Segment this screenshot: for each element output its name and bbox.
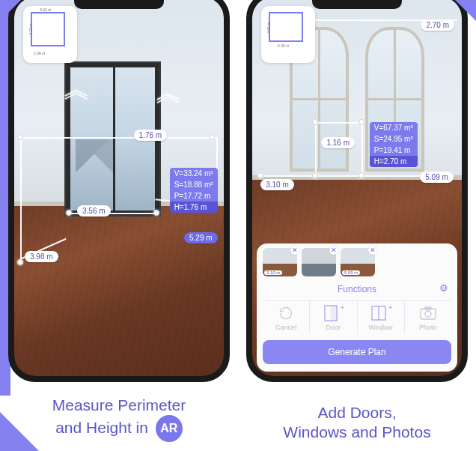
ar-line (20, 137, 217, 139)
svg-rect-4 (421, 309, 436, 319)
functions-header: Functions ⚙ (263, 282, 451, 300)
functions-label: Functions (338, 284, 376, 294)
phone-screen: 4.32 m 4.01 m 2.70 m 1.16 m 3.10 m 5.09 … (252, 0, 462, 376)
close-icon[interactable]: ✕ (368, 246, 377, 255)
perimeter-stat: P=19.41 m (370, 145, 418, 156)
measurement-thumbnail[interactable]: ✕ (302, 248, 336, 276)
ceiling-height-measurement[interactable]: 2.70 m (421, 19, 454, 31)
up-arrow-icon: ︽ (156, 84, 183, 100)
svg-point-5 (425, 311, 431, 317)
right-showcase: 4.32 m 4.01 m 2.70 m 1.16 m 3.10 m 5.09 … (238, 0, 476, 451)
door-button[interactable]: + Door (310, 301, 357, 334)
photo-label: Photo (419, 324, 437, 331)
area-stat: S=18.88 m² (170, 179, 218, 190)
svg-rect-1 (331, 306, 337, 321)
window-icon: + (371, 306, 391, 321)
thumb-label: 3.10 m (264, 270, 282, 275)
ar-line (315, 122, 317, 175)
generate-plan-button[interactable]: Generate Plan (263, 340, 451, 364)
height-stat: H=1.76 m (170, 202, 218, 213)
gear-icon[interactable]: ⚙ (439, 282, 448, 294)
left-showcase: 3.62 m 4.12 m 1.04 m ︽ ︽ 1.76 m 3.56 m (0, 0, 238, 451)
height-stat: H=2.70 m (370, 156, 418, 167)
floorplan-thumbnail[interactable]: 4.32 m 4.01 m (261, 6, 315, 63)
window-label: Window (369, 324, 393, 331)
cancel-icon (278, 306, 293, 321)
door-icon: + (324, 306, 342, 321)
width-measurement[interactable]: 3.56 m (77, 205, 111, 217)
measurement-thumbnail[interactable]: 3.10 m ✕ (263, 248, 297, 276)
side-measurement[interactable]: 5.29 m (184, 232, 218, 243)
phone-notch (74, 0, 164, 9)
decor-triangle (0, 0, 21, 21)
measurement-thumbnail[interactable]: 5.09 m ✕ (341, 248, 375, 276)
cancel-label: Cancel (275, 324, 296, 331)
decor-triangle (455, 0, 476, 21)
controls-panel: 3.10 m ✕ ✕ 5.09 m ✕ Functions ⚙ (257, 243, 457, 372)
function-buttons: Cancel + Door + Window (263, 300, 451, 334)
fp-small-label: 1.04 m (34, 51, 45, 55)
area-stat: S=24.95 m² (370, 133, 418, 145)
room-stats: V=67.37 m³ S=24.95 m² P=19.41 m H=2.70 m (370, 122, 418, 167)
floorplan-thumbnail[interactable]: 3.62 m 4.12 m 1.04 m (23, 6, 77, 63)
ar-badge: AR (156, 415, 183, 442)
diagonal-measurement[interactable]: 3.98 m (25, 251, 58, 262)
caption-line1: Add Doors, (317, 404, 396, 421)
perimeter-stat: P=17.72 m (170, 190, 218, 202)
floor (14, 205, 224, 376)
decor-triangle (0, 412, 39, 451)
thumbnail-strip: 3.10 m ✕ ✕ 5.09 m ✕ (263, 248, 451, 276)
fp-top-label: 3.62 m (40, 7, 51, 12)
caption-line1: Measure Perimeter (52, 396, 186, 414)
ar-line (361, 122, 363, 175)
door-width-measurement[interactable]: 1.16 m (321, 137, 355, 148)
volume-stat: V=33.24 m³ (170, 168, 218, 179)
fp-left-label: 4.01 m (266, 22, 271, 33)
door-label: Door (326, 324, 341, 331)
phone-screen: 3.62 m 4.12 m 1.04 m ︽ ︽ 1.76 m 3.56 m (14, 0, 224, 376)
photo-button[interactable]: Photo (405, 301, 451, 334)
phone-notch (312, 0, 402, 9)
ar-line (20, 137, 22, 262)
volume-stat: V=67.37 m³ (370, 122, 418, 133)
close-icon[interactable]: ✕ (290, 246, 299, 255)
camera-icon (420, 306, 436, 321)
caption-line2: Windows and Photos (283, 423, 430, 441)
ar-line (315, 122, 361, 124)
floor-measurement[interactable]: 5.09 m (420, 172, 454, 183)
cancel-button[interactable]: Cancel (263, 301, 310, 334)
height-measurement[interactable]: 1.76 m (134, 130, 168, 141)
fp-left-label: 4.12 m (28, 23, 33, 34)
up-arrow-icon: ︽ (64, 80, 91, 97)
fp-top-label: 4.32 m (278, 43, 289, 48)
phone-frame: 3.62 m 4.12 m 1.04 m ︽ ︽ 1.76 m 3.56 m (8, 0, 230, 382)
window-button[interactable]: + Window (358, 301, 405, 334)
right-caption: Add Doors, Windows and Photos (238, 403, 476, 443)
phone-frame: 4.32 m 4.01 m 2.70 m 1.16 m 3.10 m 5.09 … (246, 0, 468, 382)
thumb-label: 5.09 m (342, 270, 360, 275)
room-stats: V=33.24 m³ S=18.88 m² P=17.72 m H=1.76 m (170, 168, 218, 213)
close-icon[interactable]: ✕ (329, 246, 338, 255)
floor-measurement[interactable]: 3.10 m (260, 179, 294, 190)
caption-line2: and Height in (55, 419, 148, 436)
